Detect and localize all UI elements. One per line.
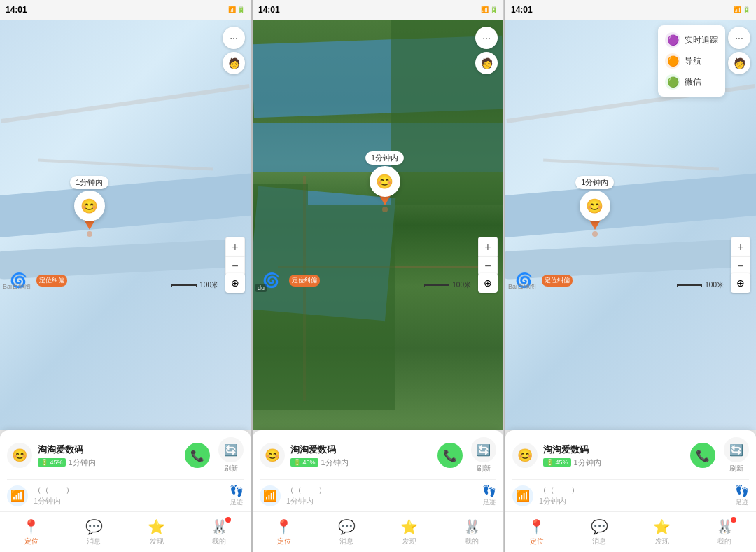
map-area[interactable]: ··· 🧑 1分钟内 😊 + − 100米 ⊕ 🌀 定位纠偏 Bai百地图 (0, 20, 251, 430)
nav-item-我的[interactable]: 🐰 我的 (463, 518, 481, 546)
card-name: 淘淘爱数码 (543, 443, 685, 456)
bottom-card: 😊 淘淘爱数码 🔋 45% 1分钟内 📞 🔄 刷新 📶 (0, 430, 251, 511)
footprint-icon: 👣 (482, 484, 496, 497)
card-avatar: 😊 (7, 443, 32, 468)
nav-icon-discover: ⭐ (400, 518, 418, 535)
marker-shadow (87, 231, 92, 237)
refresh-label: 刷新 (224, 464, 238, 474)
scale-bar: 100米 (677, 280, 724, 290)
nav-item-我的[interactable]: 🐰 我的 (716, 518, 734, 546)
current-location-button[interactable]: ⊕ (731, 273, 750, 293)
call-button[interactable]: 📞 (185, 443, 210, 468)
nav-item-定位[interactable]: 📍 定位 (22, 518, 40, 546)
more-button[interactable]: ··· (728, 27, 750, 49)
secondary-time: 1分钟内 (286, 496, 477, 506)
card-time: 1分钟内 (321, 457, 349, 468)
popup-item-icon: 🟢 (665, 74, 680, 90)
secondary-avatar: 📶 (7, 485, 28, 506)
secondary-info: （（ ） 1分钟内 (286, 485, 477, 506)
card-main-row: 😊 淘淘爱数码 🔋 45% 1分钟内 📞 🔄 刷新 (512, 437, 749, 474)
bottom-nav: 📍 定位 💬 消息 ⭐ 发现 🐰 我的 (253, 511, 503, 552)
call-button[interactable]: 📞 (690, 443, 715, 468)
card-info: 淘淘爱数码 🔋 45% 1分钟内 (38, 443, 179, 468)
marker-avatar: 😊 (370, 166, 400, 197)
nav-badge (225, 517, 231, 523)
map-background-light (0, 20, 251, 430)
nav-label-消息: 消息 (592, 537, 606, 546)
nav-item-发现[interactable]: ⭐ 发现 (653, 518, 671, 546)
nav-item-定位[interactable]: 📍 定位 (528, 518, 545, 546)
wifi-icon: 📶 (263, 489, 277, 502)
more-button[interactable]: ··· (475, 27, 498, 49)
footprint-button[interactable]: 👣 足迹 (230, 484, 244, 507)
zoom-in-button[interactable]: + (225, 237, 245, 256)
marker-avatar: 😊 (74, 191, 105, 221)
popup-item-实时追踪[interactable]: 🟣 实时追踪 (664, 29, 720, 50)
current-location-button[interactable]: ⊕ (225, 273, 245, 293)
nav-item-发现[interactable]: ⭐ 发现 (400, 518, 418, 546)
popup-item-微信[interactable]: 🟢 微信 (664, 71, 720, 92)
status-icons: 📶🔋 (481, 6, 498, 13)
card-actions: 📞 🔄 刷新 (690, 437, 749, 474)
popup-item-label: 实时追踪 (685, 34, 718, 46)
footprint-label: 足迹 (230, 498, 243, 507)
nav-badge (731, 517, 736, 523)
bottom-nav: 📍 定位 💬 消息 ⭐ 发现 🐰 我的 (0, 511, 251, 552)
location-marker: 1分钟内 😊 (365, 151, 404, 212)
footprint-button[interactable]: 👣 足迹 (735, 484, 749, 507)
map-background-satellite (253, 20, 503, 430)
badge-text: 定位纠偏 (289, 275, 320, 287)
status-time: 14:01 (511, 5, 533, 15)
marker-pin (589, 220, 601, 230)
nav-label-发现: 发现 (150, 537, 164, 546)
card-sub: 🔋 45% 1分钟内 (38, 457, 179, 468)
map-button-group: ··· 🧑 (728, 27, 750, 74)
card-secondary-row: 📶 （（ ） 1分钟内 👣 足迹 (260, 479, 496, 511)
person-button[interactable]: 🧑 (728, 52, 750, 74)
scale-bar: 100米 (424, 280, 471, 290)
zoom-in-button[interactable]: + (731, 237, 750, 256)
refresh-button[interactable]: 🔄 刷新 (724, 437, 749, 474)
more-button[interactable]: ··· (223, 27, 245, 49)
nav-icon-discover: ⭐ (148, 518, 165, 535)
call-icon: 📞 (438, 443, 463, 468)
battery-indicator: 🔋 45% (38, 458, 66, 467)
nav-item-消息[interactable]: 💬 消息 (85, 518, 103, 546)
nav-item-消息[interactable]: 💬 消息 (591, 518, 608, 546)
map-area[interactable]: ··· 🧑 🟣 实时追踪 🟠 导航 🟢 微信 1分钟内 😊 + (505, 20, 756, 430)
scale-text: 100米 (705, 280, 724, 290)
card-actions: 📞 🔄 刷新 (185, 437, 244, 474)
card-info: 淘淘爱数码 🔋 45% 1分钟内 (290, 443, 432, 468)
map-area[interactable]: ··· 🧑 1分钟内 😊 + − 100米 ⊕ 🌀 定位纠偏 du (253, 20, 503, 430)
popup-item-label: 导航 (685, 55, 701, 67)
card-time: 1分钟内 (574, 457, 601, 468)
refresh-button[interactable]: 🔄 刷新 (218, 437, 244, 474)
zoom-in-button[interactable]: + (478, 237, 498, 256)
secondary-info: （（ ） 1分钟内 (539, 485, 729, 506)
nav-item-我的[interactable]: 🐰 我的 (211, 518, 228, 546)
nav-icon-mine: 🐰 (463, 518, 481, 535)
nav-item-发现[interactable]: ⭐ 发现 (148, 518, 165, 546)
badge-text: 定位纠偏 (542, 275, 573, 287)
footprint-icon: 👣 (735, 484, 749, 497)
nav-item-消息[interactable]: 💬 消息 (338, 518, 356, 546)
popup-item-导航[interactable]: 🟠 导航 (664, 50, 720, 71)
footprint-label: 足迹 (736, 498, 748, 507)
current-location-button[interactable]: ⊕ (478, 273, 498, 293)
refresh-button[interactable]: 🔄 刷新 (471, 437, 496, 474)
nav-item-定位[interactable]: 📍 定位 (275, 518, 293, 546)
marker-label: 1分钟内 (575, 176, 614, 189)
nav-label-消息: 消息 (87, 537, 101, 546)
status-icons: 📶🔋 (228, 6, 245, 13)
secondary-name: （（ ） (539, 485, 729, 495)
marker-shadow (592, 231, 598, 237)
nav-label-发现: 发现 (402, 537, 416, 546)
phone-panel-1: 14:01 📶🔋 ··· 🧑 1分钟内 😊 + − 100米 ⊕ 🌀 定位纠偏 … (0, 0, 251, 552)
person-button[interactable]: 🧑 (475, 52, 498, 74)
scale-line (424, 284, 449, 286)
call-button[interactable]: 📞 (438, 443, 463, 468)
status-bar: 14:01 📶🔋 (253, 0, 503, 20)
footprint-button[interactable]: 👣 足迹 (482, 484, 496, 507)
person-button[interactable]: 🧑 (223, 52, 245, 74)
baidu-watermark: Bai百地图 (3, 282, 31, 291)
